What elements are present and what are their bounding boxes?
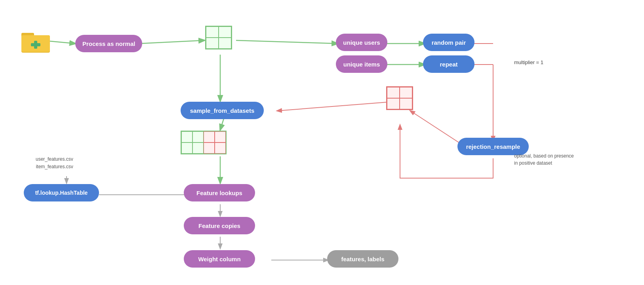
optional-label: optional, based on presence in positive … xyxy=(514,152,574,167)
features-labels-node: features, labels xyxy=(327,250,398,268)
folder-icon xyxy=(21,30,50,53)
svg-line-0 xyxy=(50,41,75,44)
diagram-canvas: Process as normal sample_from_datasets u… xyxy=(0,0,644,285)
process-as-normal-node: Process as normal xyxy=(75,35,142,52)
multiplier-label: multiplier = 1 xyxy=(514,59,543,65)
svg-rect-22 xyxy=(31,43,40,46)
right-grid xyxy=(386,86,413,110)
random-pair-node: random pair xyxy=(423,34,474,51)
file-labels: user_features.csv item_features.csv xyxy=(36,156,73,171)
repeat-node: repeat xyxy=(423,55,474,73)
unique-items-node: unique items xyxy=(336,55,387,73)
top-grid xyxy=(205,26,232,49)
feature-copies-node: Feature copies xyxy=(184,217,255,234)
svg-line-10 xyxy=(277,102,387,111)
tf-lookup-node: tf.lookup.HashTable xyxy=(24,184,99,201)
sample-from-datasets-node: sample_from_datasets xyxy=(181,102,264,119)
unique-users-node: unique users xyxy=(336,34,387,51)
mid-grid xyxy=(181,131,227,154)
feature-lookups-node: Feature lookups xyxy=(184,184,255,201)
weight-column-node: Weight column xyxy=(184,250,255,268)
svg-line-2 xyxy=(236,40,337,44)
svg-line-1 xyxy=(139,40,204,44)
